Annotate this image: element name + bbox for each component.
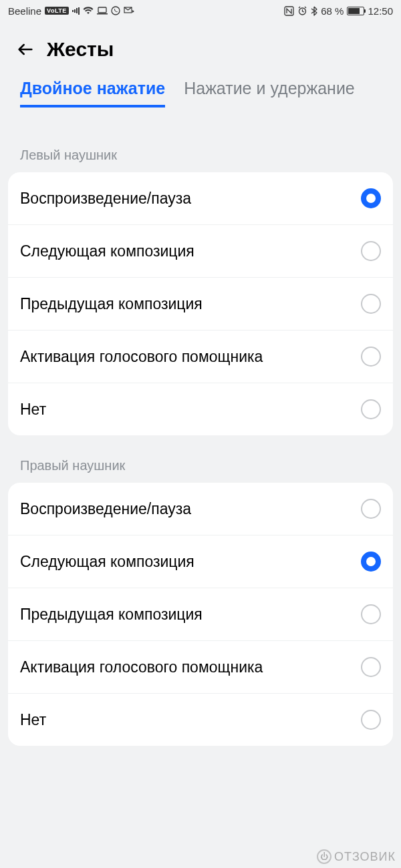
- section-label-left: Левый наушник: [0, 107, 401, 172]
- section-label-right: Правый наушник: [0, 435, 401, 483]
- status-right: 68 % 12:50: [284, 5, 393, 17]
- option-label: Предыдущая композиция: [20, 606, 203, 624]
- left-option-none[interactable]: Нет: [8, 383, 393, 435]
- left-option-play-pause[interactable]: Воспроизведение/пауза: [8, 172, 393, 225]
- right-option-play-pause[interactable]: Воспроизведение/пауза: [8, 483, 393, 535]
- radio-icon: [361, 657, 381, 677]
- svg-point-2: [112, 7, 120, 15]
- signal-icon: [72, 7, 80, 15]
- mail-icon: [124, 7, 134, 15]
- radio-icon: [361, 399, 381, 419]
- radio-icon: [361, 188, 381, 208]
- right-option-none[interactable]: Нет: [8, 694, 393, 746]
- bluetooth-icon: [311, 6, 317, 16]
- tabs: Двойное нажатие Нажатие и удержание: [0, 72, 401, 107]
- whatsapp-icon: [111, 6, 120, 15]
- nfc-icon: [284, 6, 294, 16]
- radio-icon: [361, 710, 381, 730]
- radio-icon: [361, 294, 381, 314]
- tab-press-hold[interactable]: Нажатие и удержание: [184, 79, 355, 107]
- option-label: Предыдущая композиция: [20, 295, 203, 313]
- carrier-label: Beeline: [8, 5, 41, 17]
- svg-rect-0: [98, 7, 106, 13]
- power-icon: ⏻: [317, 849, 331, 864]
- watermark: ⏻ ОТЗОВИК: [317, 849, 396, 864]
- radio-icon: [361, 241, 381, 261]
- option-label: Воспроизведение/пауза: [20, 500, 191, 518]
- radio-icon: [361, 347, 381, 367]
- option-label: Активация голосового помощника: [20, 658, 263, 676]
- option-label: Нет: [20, 401, 46, 419]
- watermark-text: ОТЗОВИК: [334, 850, 396, 864]
- option-label: Следующая композиция: [20, 553, 194, 571]
- radio-icon: [361, 499, 381, 519]
- option-label: Нет: [20, 711, 46, 729]
- option-label: Активация голосового помощника: [20, 348, 263, 366]
- right-option-voice-assistant[interactable]: Активация голосового помощника: [8, 641, 393, 694]
- status-bar: Beeline VoLTE 68 % 12:50: [0, 0, 401, 21]
- right-earbud-card: Воспроизведение/пауза Следующая композиц…: [8, 483, 393, 746]
- left-option-next[interactable]: Следующая композиция: [8, 225, 393, 278]
- tab-double-tap[interactable]: Двойное нажатие: [20, 79, 165, 107]
- svg-rect-1: [97, 13, 108, 15]
- right-option-prev[interactable]: Предыдущая композиция: [8, 588, 393, 641]
- laptop-icon: [97, 7, 108, 15]
- arrow-left-icon: [16, 40, 35, 59]
- option-label: Следующая композиция: [20, 242, 194, 260]
- battery-icon: [347, 7, 364, 15]
- right-option-next[interactable]: Следующая композиция: [8, 535, 393, 588]
- left-option-prev[interactable]: Предыдущая композиция: [8, 278, 393, 331]
- header: Жесты: [0, 21, 401, 72]
- left-earbud-card: Воспроизведение/пауза Следующая композиц…: [8, 172, 393, 435]
- radio-icon: [361, 604, 381, 624]
- page-title: Жесты: [47, 38, 114, 61]
- back-button[interactable]: [12, 36, 39, 63]
- option-label: Воспроизведение/пауза: [20, 190, 191, 208]
- left-option-voice-assistant[interactable]: Активация голосового помощника: [8, 331, 393, 383]
- volte-badge: VoLTE: [45, 7, 69, 15]
- battery-percent: 68 %: [321, 5, 344, 17]
- alarm-icon: [297, 6, 307, 16]
- radio-icon: [361, 552, 381, 572]
- wifi-icon: [83, 7, 94, 15]
- status-left: Beeline VoLTE: [8, 5, 134, 17]
- clock-label: 12:50: [368, 5, 393, 17]
